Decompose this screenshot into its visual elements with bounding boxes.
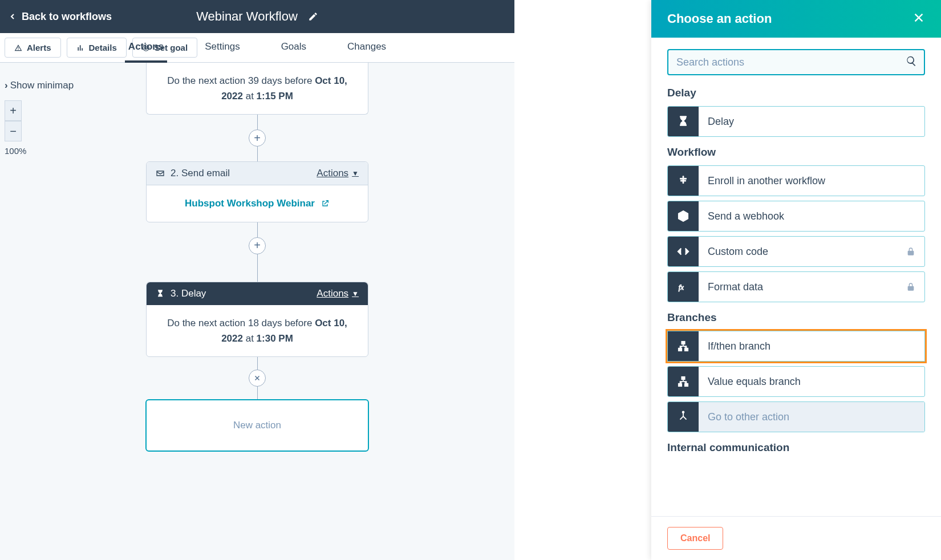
connector	[257, 222, 258, 237]
canvas-tools: › Show minimap + − 100%	[5, 80, 74, 156]
action-value-equals-branch[interactable]: Value equals branch	[667, 366, 925, 397]
action-custom-code[interactable]: Custom code	[667, 236, 925, 267]
svg-point-14	[683, 411, 684, 413]
panel-title: Choose an action	[667, 11, 772, 26]
action-format-data-label: Format data	[699, 272, 906, 302]
edit-title-icon[interactable]	[308, 11, 318, 22]
branch-icon	[677, 375, 689, 388]
workflow-canvas[interactable]: › Show minimap + − 100% Do the next acti…	[0, 63, 514, 560]
action-if-then-label: If/then branch	[699, 331, 924, 361]
hourglass-icon	[677, 115, 689, 128]
email-icon	[156, 169, 165, 178]
workflow-title: Webinar Workflow	[196, 9, 298, 24]
svg-rect-13	[685, 384, 688, 387]
lock-icon	[906, 247, 915, 256]
svg-text:fx: fx	[679, 283, 684, 291]
group-internal-label: Internal communication	[667, 441, 925, 454]
group-branches-label: Branches	[667, 311, 925, 324]
delay-node-1[interactable]: Do the next action 39 days before Oct 10…	[146, 63, 368, 115]
toolbar: Alerts Details Set goal Actions Settings…	[0, 33, 514, 63]
svg-rect-8	[682, 342, 685, 344]
sitemap-icon	[677, 175, 689, 187]
bar-chart-icon	[76, 44, 84, 52]
send-email-header: 2. Send email Actions ▼	[147, 162, 368, 185]
action-webhook-label: Send a webhook	[699, 201, 924, 231]
details-button[interactable]: Details	[67, 38, 127, 58]
tab-settings[interactable]: Settings	[201, 33, 243, 63]
connector	[257, 115, 258, 129]
caret-down-icon: ▼	[352, 169, 359, 177]
panel-close-button[interactable]	[912, 11, 925, 26]
code-icon	[677, 245, 689, 258]
action-if-then-branch[interactable]: If/then branch	[667, 331, 925, 362]
new-action-placeholder[interactable]: New action	[145, 399, 369, 452]
alerts-label: Alerts	[27, 43, 51, 52]
lock-icon	[906, 282, 915, 291]
add-step-button[interactable]: +	[249, 129, 266, 147]
details-label: Details	[89, 43, 117, 52]
action-format-data[interactable]: fx Format data	[667, 271, 925, 302]
add-step-button[interactable]: +	[249, 237, 266, 254]
app-header: Back to workflows Webinar Workflow	[0, 0, 514, 33]
connector	[257, 357, 258, 370]
cube-icon	[677, 210, 689, 222]
chevron-left-icon	[8, 12, 17, 21]
action-delay-label: Delay	[699, 107, 924, 136]
delay-node-3-actions-menu[interactable]: Actions ▼	[317, 288, 359, 299]
svg-rect-9	[679, 348, 682, 351]
goto-icon	[677, 411, 689, 423]
choose-action-panel: Choose an action Delay Delay Workflow En…	[651, 0, 941, 560]
action-goto-label: Go to other action	[699, 402, 924, 432]
action-send-webhook[interactable]: Send a webhook	[667, 201, 925, 232]
svg-rect-11	[682, 377, 685, 380]
search-actions-input[interactable]	[667, 49, 925, 75]
workflow-flow: Do the next action 39 days before Oct 10…	[146, 63, 368, 448]
webinar-email-link[interactable]: Hubspot Workshop Webinar	[185, 196, 330, 211]
action-enroll-workflow[interactable]: Enroll in another workflow	[667, 165, 925, 196]
zoom-level: 100%	[5, 146, 74, 156]
svg-rect-10	[685, 348, 688, 351]
action-delay[interactable]: Delay	[667, 106, 925, 137]
connector	[257, 147, 258, 161]
zoom-out-button[interactable]: −	[5, 121, 22, 141]
delay-node-3-title: 3. Delay	[171, 288, 206, 299]
chevron-right-icon: ›	[5, 80, 8, 91]
show-minimap-label: Show minimap	[10, 80, 74, 91]
alerts-button[interactable]: Alerts	[5, 38, 61, 58]
external-link-icon	[321, 199, 330, 208]
delay-node-3[interactable]: 3. Delay Actions ▼ Do the next action 18…	[146, 282, 368, 357]
panel-footer: Cancel	[651, 516, 941, 560]
show-minimap-toggle[interactable]: › Show minimap	[5, 80, 74, 91]
panel-header: Choose an action	[651, 0, 941, 38]
action-value-equals-label: Value equals branch	[699, 367, 924, 396]
hourglass-icon	[156, 289, 165, 298]
remove-step-button[interactable]	[249, 370, 266, 387]
tab-changes[interactable]: Changes	[344, 33, 390, 63]
fx-icon: fx	[677, 281, 689, 293]
delay-node-3-header: 3. Delay Actions ▼	[147, 282, 368, 305]
send-email-node[interactable]: 2. Send email Actions ▼ Hubspot Workshop…	[146, 161, 368, 222]
connector	[257, 387, 258, 399]
delay-node-3-body: Do the next action 18 days before Oct 10…	[147, 305, 368, 356]
delay-node-1-body: Do the next action 39 days before Oct 10…	[147, 63, 368, 114]
group-delay-label: Delay	[667, 87, 925, 99]
send-email-actions-menu[interactable]: Actions ▼	[317, 168, 359, 179]
cancel-button[interactable]: Cancel	[667, 527, 723, 550]
back-to-workflows-link[interactable]: Back to workflows	[8, 11, 112, 23]
action-custom-code-label: Custom code	[699, 237, 906, 266]
back-label: Back to workflows	[22, 11, 112, 23]
tab-actions[interactable]: Actions	[125, 33, 167, 63]
svg-rect-12	[679, 384, 682, 387]
caret-down-icon: ▼	[352, 290, 359, 298]
tab-goals[interactable]: Goals	[278, 33, 310, 63]
close-icon	[912, 11, 925, 24]
search-icon	[906, 55, 917, 69]
connector	[257, 254, 258, 282]
action-enroll-label: Enroll in another workflow	[699, 166, 924, 196]
alert-icon	[14, 44, 22, 52]
group-workflow-label: Workflow	[667, 146, 925, 159]
action-goto-other[interactable]: Go to other action	[667, 401, 925, 432]
zoom-in-button[interactable]: +	[5, 100, 22, 121]
branch-icon	[677, 340, 689, 352]
send-email-title: 2. Send email	[171, 168, 230, 179]
